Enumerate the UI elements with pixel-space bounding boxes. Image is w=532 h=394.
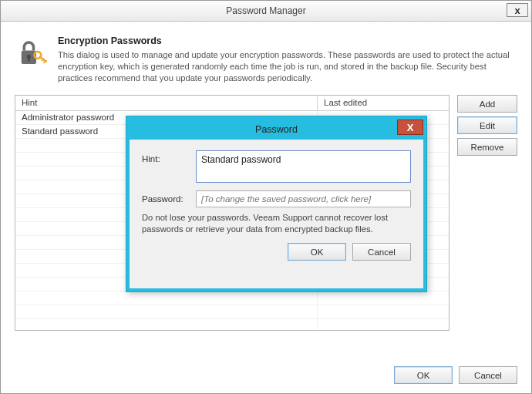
dialog-cancel-button[interactable]: Cancel [352,243,411,261]
close-icon: x [514,5,520,16]
password-manager-window: Password Manager x Encryption Passwords [0,0,532,394]
header-description: This dialog is used to manage and update… [58,49,517,84]
col-hint[interactable]: Hint [15,96,318,110]
password-label: Password: [142,190,190,204]
header-area: Encryption Passwords This dialog is used… [15,35,517,84]
password-row: Password: [142,190,411,207]
lock-key-icon [15,37,47,69]
hint-row: Hint: [142,150,411,183]
col-last-edited[interactable]: Last edited [318,96,449,110]
window-footer: OK Cancel [394,366,517,384]
remove-button[interactable]: Remove [457,138,517,156]
table-header: Hint Last edited [15,96,449,111]
window-title: Password Manager [226,5,305,16]
close-icon: X [407,122,414,133]
window-titlebar: Password Manager x [1,1,531,22]
dialog-body: Hint: Password: Do not lose your passwor… [133,143,420,285]
edit-button[interactable]: Edit [457,116,517,134]
add-button[interactable]: Add [457,95,517,113]
password-dialog: Password X Hint: Password: Do not lose y… [126,116,427,292]
table-row-empty: . [15,319,449,331]
ok-button[interactable]: OK [394,366,453,384]
dialog-warning-text: Do not lose your passwords. Veeam Suppor… [142,212,411,235]
dialog-title: Password [255,124,298,135]
cancel-button[interactable]: Cancel [459,366,517,384]
table-row-empty: . [15,291,449,305]
side-buttons: Add Edit Remove [457,95,517,331]
password-input[interactable] [196,190,411,207]
dialog-titlebar: Password X [130,120,423,140]
dialog-close-button[interactable]: X [397,120,423,135]
header-title: Encryption Passwords [58,35,517,46]
hint-input[interactable] [196,150,411,183]
table-row-empty: . [15,305,449,319]
window-close-button[interactable]: x [507,3,528,17]
hint-label: Hint: [142,150,190,163]
dialog-ok-button[interactable]: OK [288,243,346,261]
dialog-footer: OK Cancel [142,243,411,261]
header-text: Encryption Passwords This dialog is used… [58,35,517,84]
svg-rect-2 [28,57,30,61]
